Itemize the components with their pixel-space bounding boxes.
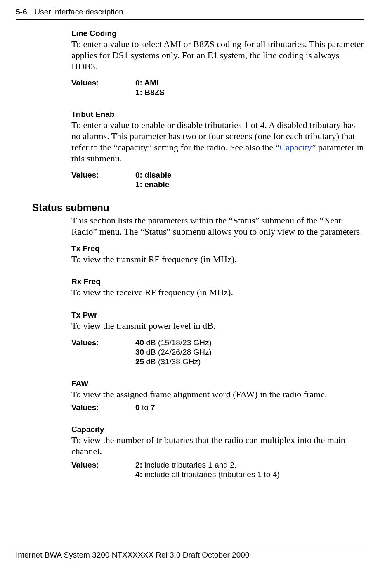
values-label: Values: <box>71 460 135 479</box>
value-item-rest: include tributaries 1 and 2. <box>142 460 236 469</box>
heading-line-coding: Line Coding <box>71 29 364 38</box>
value-item: 40 <box>135 338 144 347</box>
page: 5-6 User interface description Line Codi… <box>0 0 392 572</box>
value-item-rest: dB (31/38 GHz) <box>144 357 201 366</box>
values-faw: Values: 0 to 7 <box>71 403 364 413</box>
values-list: 0: AMI 1: B8ZS <box>135 78 364 97</box>
text-tx-pwr: To view the transmit power level in dB. <box>71 320 364 332</box>
value-item: 1: B8ZS <box>135 88 165 97</box>
text-rx-freq: To view the receive RF frequency (in MHz… <box>71 287 364 298</box>
values-label: Values: <box>71 171 135 190</box>
footer-text: Internet BWA System 3200 NTXXXXXX Rel 3.… <box>16 551 249 559</box>
page-footer: Internet BWA System 3200 NTXXXXXX Rel 3.… <box>16 548 364 560</box>
value-item-rest: dB (24/26/28 GHz) <box>144 348 212 356</box>
page-header: 5-6 User interface description <box>16 7 364 20</box>
heading-tx-pwr: Tx Pwr <box>71 311 364 320</box>
value-item: 25 <box>135 357 144 366</box>
value-mid: to <box>140 403 151 412</box>
body-column: Line Coding To enter a value to select A… <box>71 29 364 479</box>
value-item: 2: <box>135 460 142 469</box>
values-list: 40 dB (15/18/23 GHz) 30 dB (24/26/28 GHz… <box>135 338 364 366</box>
values-list: 0: disable 1: enable <box>135 171 364 190</box>
page-number: 5-6 <box>16 7 27 17</box>
value-item: 30 <box>135 348 144 356</box>
text-line-coding: To enter a value to select AMI or B8ZS c… <box>71 39 364 72</box>
heading-rx-freq: Rx Freq <box>71 277 364 286</box>
value-item: 0: disable <box>135 171 172 179</box>
capacity-link[interactable]: Capacity <box>280 142 312 152</box>
values-label: Values: <box>71 78 135 97</box>
values-list: 0 to 7 <box>135 403 364 413</box>
heading-capacity: Capacity <box>71 425 364 434</box>
text-status-submenu: This section lists the parameters within… <box>71 215 364 237</box>
values-label: Values: <box>71 338 135 366</box>
value-item: 0: AMI <box>135 78 158 87</box>
value-item-rest: dB (15/18/23 GHz) <box>144 338 212 347</box>
values-list: 2: include tributaries 1 and 2. 4: inclu… <box>135 460 364 479</box>
values-label: Values: <box>71 403 135 413</box>
value-item-rest: include all tributaries (tributaries 1 t… <box>142 470 280 479</box>
text-capacity: To view the number of tributaries that t… <box>71 435 364 457</box>
value-item: 4: <box>135 470 142 479</box>
heading-tx-freq: Tx Freq <box>71 244 364 253</box>
heading-faw: FAW <box>71 379 364 388</box>
value-suffix: 7 <box>151 403 155 412</box>
header-title: User interface description <box>34 7 123 17</box>
text-tx-freq: To view the transmit RF frequency (in MH… <box>71 254 364 265</box>
values-line-coding: Values: 0: AMI 1: B8ZS <box>71 78 364 97</box>
value-prefix: 0 <box>135 403 140 412</box>
values-tribut-enab: Values: 0: disable 1: enable <box>71 171 364 190</box>
value-item: 1: enable <box>135 180 169 189</box>
heading-status-submenu: Status submenu <box>32 202 364 214</box>
values-tx-pwr: Values: 40 dB (15/18/23 GHz) 30 dB (24/2… <box>71 338 364 366</box>
text-tribut-enab: To enter a value to enable or disable tr… <box>71 120 364 164</box>
text-faw: To view the assigned frame alignment wor… <box>71 389 364 400</box>
heading-tribut-enab: Tribut Enab <box>71 110 364 119</box>
values-capacity: Values: 2: include tributaries 1 and 2. … <box>71 460 364 479</box>
